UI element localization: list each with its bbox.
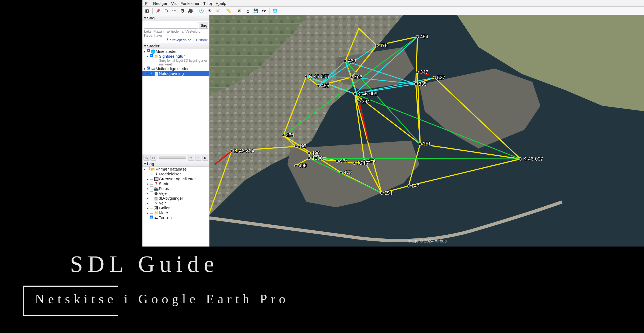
- placemark-icon[interactable]: 📌: [155, 7, 162, 14]
- tree-checkbox[interactable]: [150, 186, 153, 190]
- get-directions-link[interactable]: Få rutevejledning: [164, 38, 191, 42]
- tree-checkbox[interactable]: [150, 211, 153, 214]
- tree-node[interactable]: ⛰Terræn: [142, 215, 209, 220]
- tree-node[interactable]: ▸☀Vejr: [142, 201, 209, 206]
- map-point[interactable]: [305, 75, 308, 78]
- map-point[interactable]: [419, 143, 422, 145]
- menu-item-rediger[interactable]: Rediger: [152, 1, 169, 6]
- search-input[interactable]: [144, 22, 198, 29]
- map-point[interactable]: [336, 160, 339, 162]
- save-image-icon[interactable]: 💾: [252, 7, 259, 14]
- record-tour-icon[interactable]: 🎥: [187, 7, 194, 14]
- tree-node[interactable]: ▸📁Sightseeingtur: [142, 54, 209, 59]
- tree-checkbox[interactable]: [150, 196, 153, 199]
- tree-node[interactable]: ▾📂Primær database: [142, 167, 209, 172]
- map-point[interactable]: [376, 44, 378, 47]
- tree-twisty-icon[interactable]: ▸: [146, 201, 149, 206]
- map-point[interactable]: [433, 76, 436, 79]
- search-icon[interactable]: 🔍: [144, 155, 149, 161]
- map-point[interactable]: [380, 192, 383, 195]
- map-point[interactable]: [354, 92, 356, 95]
- tree-twisty-icon[interactable]: ▸: [146, 206, 149, 210]
- tree-checkbox[interactable]: [150, 177, 153, 180]
- tree-node[interactable]: ▸📷Fotos: [142, 186, 209, 191]
- tree-twisty-icon[interactable]: ▸: [146, 176, 149, 181]
- tree-twisty-icon[interactable]: ▾: [143, 66, 146, 71]
- tree-node[interactable]: ▸🛣Veje: [142, 191, 209, 196]
- historical-imagery-icon[interactable]: 🕘: [198, 7, 205, 14]
- map-point[interactable]: [350, 76, 353, 79]
- tree-node[interactable]: ℹMeddelelser: [142, 172, 209, 176]
- map-point[interactable]: [519, 158, 522, 160]
- map-point[interactable]: [295, 164, 297, 167]
- tree-node[interactable]: ▾🗂Midlertidige steder: [142, 66, 209, 71]
- tree-checkbox[interactable]: [150, 206, 153, 209]
- tree-twisty-icon[interactable]: ▸: [146, 181, 149, 186]
- map-point[interactable]: [415, 83, 417, 85]
- map-point[interactable]: [416, 71, 419, 74]
- map-viewport[interactable]: K-46-824K-46-007100047449749649846748597…: [209, 15, 644, 247]
- tree-node[interactable]: ▸🔲Grænser og etiketter: [142, 176, 209, 181]
- tree-checkbox[interactable]: [150, 182, 153, 185]
- view-in-maps-icon[interactable]: 🗺: [260, 7, 267, 14]
- map-point[interactable]: [282, 134, 285, 137]
- minus-icon[interactable]: －: [195, 155, 201, 161]
- path-icon[interactable]: 〰: [171, 7, 178, 14]
- tree-twisty-icon[interactable]: ▸: [146, 210, 149, 215]
- history-link[interactable]: Historik: [196, 38, 208, 42]
- map-point[interactable]: [416, 35, 419, 38]
- tree-twisty-icon[interactable]: ▸: [146, 196, 149, 201]
- tree-checkbox[interactable]: [150, 191, 153, 195]
- map-point[interactable]: [353, 162, 356, 165]
- menu-item-funktioner[interactable]: Funktioner: [179, 1, 201, 6]
- image-overlay-icon[interactable]: 🖼: [179, 7, 186, 14]
- email-icon[interactable]: ✉: [236, 7, 243, 14]
- tree-node[interactable]: ▾🌐Mine steder: [142, 49, 209, 54]
- tree-checkbox[interactable]: [150, 71, 153, 75]
- tree-twisty-icon[interactable]: ▸: [146, 71, 149, 76]
- map-point[interactable]: [308, 157, 311, 159]
- tree-node[interactable]: ▸📁Mere: [142, 210, 209, 215]
- panel-header-places[interactable]: ▾Steder: [142, 43, 209, 49]
- tree-node[interactable]: ▸📄Netudjævning: [142, 71, 209, 76]
- opacity-slider[interactable]: [159, 157, 186, 159]
- polygon-icon[interactable]: ⬡: [163, 7, 170, 14]
- map-point[interactable]: [344, 60, 347, 62]
- print-icon[interactable]: 🖨: [244, 7, 251, 14]
- map-point[interactable]: [358, 100, 360, 103]
- globe-icon[interactable]: 🌐: [271, 7, 278, 14]
- panel-header-layers[interactable]: ▾Lag: [142, 161, 209, 167]
- search-button[interactable]: Søg: [199, 22, 208, 29]
- map-point[interactable]: [230, 150, 233, 152]
- panel-header-search[interactable]: ▾Søg: [142, 15, 209, 21]
- tree-checkbox[interactable]: [150, 201, 153, 204]
- toolbar[interactable]: ◧📌⬡〰🖼🎥🕘☀🪐📏✉🖨💾🗺🌐: [142, 7, 644, 15]
- tree-node[interactable]: ▸🖼Galleri: [142, 206, 209, 210]
- map-point[interactable]: [340, 171, 342, 174]
- tree-checkbox[interactable]: [147, 167, 150, 170]
- menu-item-fil[interactable]: Fil: [144, 1, 150, 6]
- tree-checkbox[interactable]: [147, 67, 150, 70]
- tree-node[interactable]: ▸🏢3D-bygninger: [142, 196, 209, 201]
- tree-checkbox[interactable]: [147, 49, 150, 53]
- tree-twisty-icon[interactable]: ▸: [146, 191, 149, 196]
- tree-checkbox[interactable]: [150, 54, 153, 57]
- plus-icon[interactable]: ＋: [188, 155, 194, 161]
- tree-twisty-icon[interactable]: ▾: [143, 49, 146, 54]
- ruler-icon[interactable]: 📏: [225, 7, 232, 14]
- menubar[interactable]: FilRedigerVisFunktionerTilføjHjælp: [142, 0, 644, 7]
- map-point[interactable]: [308, 152, 310, 155]
- planet-icon[interactable]: 🪐: [214, 7, 221, 14]
- tree-checkbox[interactable]: [150, 172, 153, 175]
- map-point[interactable]: [407, 185, 410, 187]
- tree-twisty-icon[interactable]: ▸: [146, 54, 149, 59]
- tree-twisty-icon[interactable]: ▾: [143, 167, 146, 172]
- menu-item-vis[interactable]: Vis: [170, 1, 178, 6]
- play-icon[interactable]: ▶: [202, 155, 208, 161]
- map-point[interactable]: [317, 85, 320, 87]
- hide-sidebar-icon[interactable]: ◧: [144, 7, 150, 14]
- two-pane-icon[interactable]: ⫿⫿: [150, 155, 156, 161]
- menu-item-hjælp[interactable]: Hjælp: [215, 1, 227, 6]
- menu-item-tilføj[interactable]: Tilføj: [202, 1, 213, 6]
- tree-node[interactable]: ▸📍Steder: [142, 181, 209, 186]
